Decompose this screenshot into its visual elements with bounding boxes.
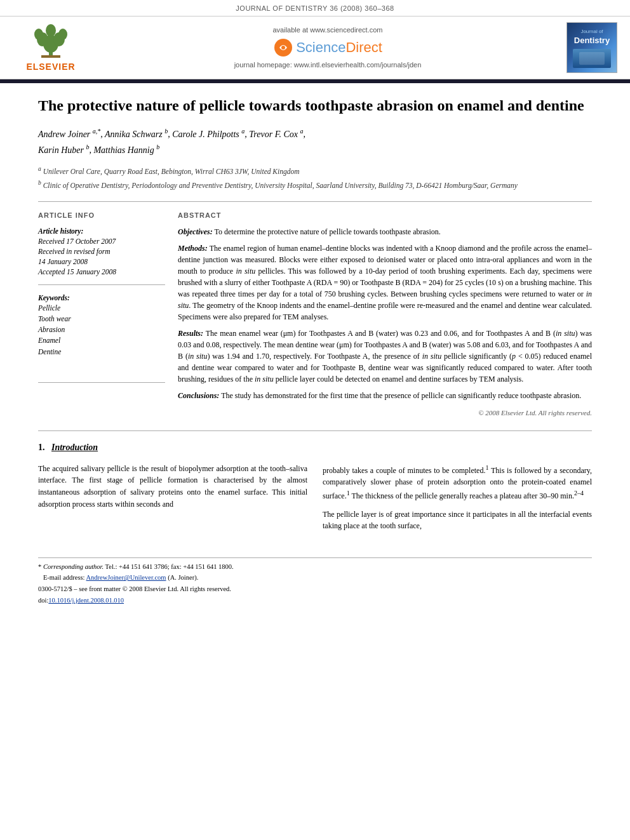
intro-body-columns: The acquired salivary pellicle is the re… [38, 463, 592, 538]
keywords-section: Keywords: Pellicle Tooth wear Abrasion E… [38, 293, 165, 357]
accepted-date: Accepted 15 January 2008 [38, 267, 165, 277]
results-text: The mean enamel wear (μm) for Toothpaste… [178, 329, 592, 383]
keywords-label: Keywords: [38, 293, 165, 303]
affil-b: b Clinic of Operative Dentistry, Periodo… [38, 178, 592, 191]
section-divider [38, 430, 592, 431]
revised-date: 14 January 2008 [38, 257, 165, 267]
corresponding-label: * Corresponding author. Tel.: +44 151 64… [38, 563, 234, 570]
keyword-abrasion: Abrasion [38, 324, 165, 335]
keyword-dentine: Dentine [38, 347, 165, 357]
article-info-column: ARTICLE INFO Article history: Received 1… [38, 211, 165, 418]
abstract-header: ABSTRACT [178, 211, 592, 220]
page-header: ELSEVIER available at www.sciencedirect.… [0, 16, 630, 79]
conclusions-para: Conclusions: The study has demonstrated … [178, 390, 592, 401]
sciencedirect-text: ScienceDirect [296, 38, 382, 58]
elsevier-logo: ELSEVIER [13, 22, 89, 74]
footnotes: * Corresponding author. Tel.: +44 151 64… [38, 557, 592, 606]
article-info-abstract: ARTICLE INFO Article history: Received 1… [38, 211, 592, 418]
copyright-line: © 2008 Elsevier Ltd. All rights reserved… [178, 408, 592, 418]
svg-point-9 [281, 46, 285, 50]
intro-para-2: probably takes a couple of minutes to be… [323, 463, 592, 502]
revised-label: Received in revised form [38, 246, 165, 257]
keyword-enamel: Enamel [38, 335, 165, 345]
main-content-area: The protective nature of pellicle toward… [0, 83, 630, 430]
email-line: E-mail address: AndrewJoiner@Unilever.co… [38, 573, 592, 583]
doi-link[interactable]: 10.1016/j.jdent.2008.01.010 [48, 597, 124, 604]
results-para: Results: The mean enamel wear (μm) for T… [178, 328, 592, 385]
intro-heading: 1. Introduction [38, 441, 592, 454]
conclusions-label: Conclusions: [178, 391, 219, 400]
journal-cover: Journal of Dentistry [566, 22, 617, 73]
content-divider [38, 201, 592, 202]
author-1: Andrew Joiner a,*, Annika Schwarz b, Car… [38, 130, 305, 139]
abstract-content: Objectives: To determine the protective … [178, 226, 592, 418]
history-label: Article history: [38, 226, 165, 236]
elsevier-label: ELSEVIER [26, 61, 75, 74]
intro-left-column: The acquired salivary pellicle is the re… [38, 463, 307, 538]
authors-list: Andrew Joiner a,*, Annika Schwarz b, Car… [38, 126, 592, 158]
conclusions-text: The study has demonstrated for the first… [221, 391, 581, 400]
received-date: Received 17 October 2007 [38, 236, 165, 246]
methods-text: The enamel region of human enamel–dentin… [178, 244, 592, 321]
methods-para: Methods: The enamel region of human enam… [178, 243, 592, 323]
email-suffix: (A. Joiner). [168, 574, 198, 581]
introduction-section: 1. Introduction The acquired salivary pe… [0, 441, 630, 551]
svg-rect-7 [41, 55, 60, 58]
intro-para-3: The pellicle layer is of great importanc… [323, 509, 592, 532]
intro-para-1: The acquired salivary pellicle is the re… [38, 463, 307, 510]
svg-point-6 [46, 24, 56, 37]
abstract-column: ABSTRACT Objectives: To determine the pr… [178, 211, 592, 418]
elsevier-tree-icon [29, 22, 73, 60]
results-label: Results: [178, 329, 203, 338]
keyword-pellicle: Pellicle [38, 303, 165, 313]
journal-homepage: journal homepage: www.intl.elsevierhealt… [234, 60, 422, 70]
objectives-para: Objectives: To determine the protective … [178, 226, 592, 237]
center-header: available at www.sciencedirect.com Scien… [89, 25, 566, 70]
intro-number: 1. [38, 443, 45, 452]
doi-line: doi:10.1016/j.jdent.2008.01.010 [38, 596, 592, 606]
svg-point-4 [34, 29, 43, 40]
intro-title: Introduction [51, 443, 98, 452]
article-info-header: ARTICLE INFO [38, 211, 165, 220]
keyword-tooth-wear: Tooth wear [38, 314, 165, 324]
email-prefix: E-mail address: [38, 574, 86, 581]
intro-right-column: probably takes a couple of minutes to be… [323, 463, 592, 538]
methods-label: Methods: [178, 244, 208, 253]
email-link[interactable]: AndrewJoiner@Unilever.com [86, 574, 166, 581]
bottom-left-divider [38, 382, 165, 383]
issn-line: 0300-5712/$ – see front matter © 2008 El… [38, 584, 592, 594]
journal-bar: JOURNAL OF DENTISTRY 36 (2008) 360–368 [0, 0, 630, 16]
objectives-text: To determine the protective nature of pe… [214, 227, 440, 236]
article-history: Article history: Received 17 October 200… [38, 226, 165, 277]
keywords-divider [38, 284, 165, 285]
sd-icon [273, 37, 293, 58]
svg-point-5 [58, 29, 67, 40]
available-text: available at www.sciencedirect.com [272, 25, 382, 35]
objectives-label: Objectives: [178, 227, 213, 236]
affil-a: a Unilever Oral Care, Quarry Road East, … [38, 164, 592, 177]
corresponding-author: * Corresponding author. Tel.: +44 151 64… [38, 562, 592, 572]
affiliations: a Unilever Oral Care, Quarry Road East, … [38, 164, 592, 191]
author-2: Karin Huber b, Matthias Hannig b [38, 145, 159, 155]
sciencedirect-logo: ScienceDirect [273, 37, 382, 58]
article-title: The protective nature of pellicle toward… [38, 96, 592, 116]
